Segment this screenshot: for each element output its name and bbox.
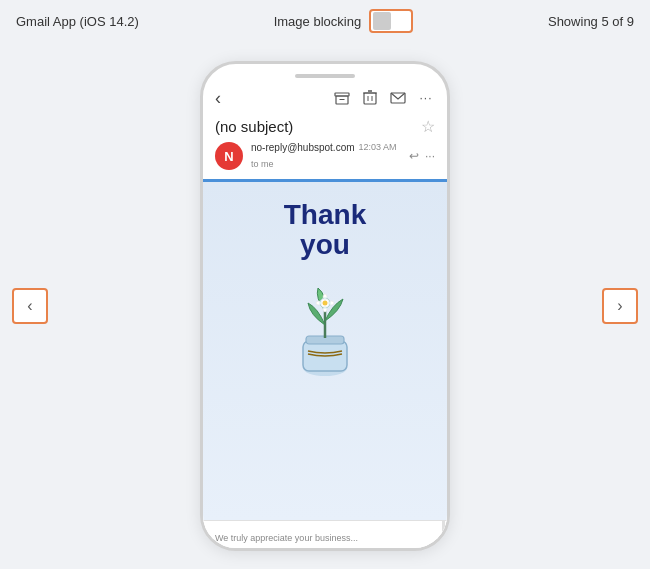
left-arrow-icon: ‹ — [27, 297, 32, 315]
phone-top — [203, 64, 447, 84]
phone-mockup: ‹ — [200, 61, 450, 551]
sender-info: no-reply@hubspot.com 12:03 AM to me — [251, 142, 401, 171]
email-subject: (no subject) — [215, 118, 293, 135]
image-blocking-label: Image blocking — [274, 14, 361, 29]
gmail-action-icons: ··· — [333, 89, 435, 107]
sender-time: 12:03 AM — [359, 142, 397, 152]
svg-point-15 — [323, 294, 327, 300]
mail-icon[interactable] — [389, 89, 407, 107]
svg-point-18 — [328, 301, 334, 305]
phone-notch — [295, 74, 355, 78]
star-icon[interactable]: ☆ — [421, 117, 435, 136]
svg-point-14 — [323, 301, 328, 306]
showing-count: Showing 5 of 9 — [548, 14, 634, 29]
svg-point-17 — [316, 301, 322, 305]
svg-point-16 — [323, 306, 327, 312]
email-content: Thank you — [203, 182, 447, 548]
trash-icon[interactable] — [361, 89, 379, 107]
bottom-preview-text: We truly appreciate your business... — [215, 533, 358, 543]
plant-illustration — [280, 273, 370, 383]
email-subject-row: (no subject) ☆ — [203, 113, 447, 138]
sender-more-icon[interactable]: ··· — [425, 149, 435, 163]
sender-to: to me — [251, 159, 274, 169]
top-bar: Gmail App (iOS 14.2) Image blocking Show… — [0, 0, 650, 42]
toggle-thumb — [373, 12, 391, 30]
gmail-nav-header: ‹ — [203, 84, 447, 113]
next-button[interactable]: › — [602, 288, 638, 324]
sender-actions: ↩ ··· — [409, 149, 435, 163]
right-arrow-icon: › — [617, 297, 622, 315]
sender-row: N no-reply@hubspot.com 12:03 AM to me ↩ … — [203, 138, 447, 175]
archive-icon[interactable] — [333, 89, 351, 107]
prev-button[interactable]: ‹ — [12, 288, 48, 324]
back-button[interactable]: ‹ — [215, 88, 221, 109]
sender-avatar: N — [215, 142, 243, 170]
main-content: ‹ ‹ — [0, 42, 650, 569]
svg-rect-3 — [364, 93, 376, 104]
reply-icon[interactable]: ↩ — [409, 149, 419, 163]
thank-you-section: Thank you — [203, 182, 447, 520]
thank-you-text: Thank you — [284, 200, 366, 262]
sender-name: no-reply@hubspot.com — [251, 142, 355, 153]
app-title: Gmail App (iOS 14.2) — [16, 14, 139, 29]
image-blocking-area: Image blocking — [274, 9, 413, 33]
more-icon[interactable]: ··· — [417, 89, 435, 107]
sender-name-row: no-reply@hubspot.com 12:03 AM — [251, 142, 401, 153]
image-blocking-toggle[interactable] — [369, 9, 413, 33]
bottom-text-bar: We truly appreciate your business... — [203, 520, 447, 548]
